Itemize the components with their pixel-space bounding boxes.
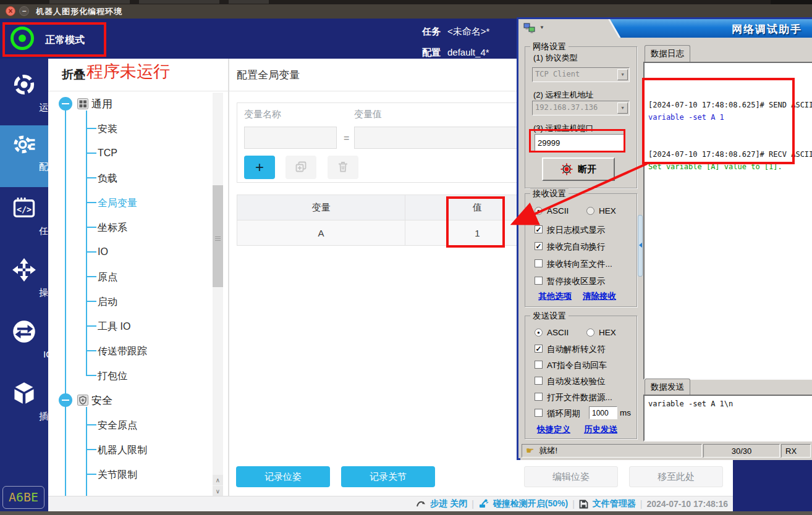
tree-item-pack-position[interactable]: 打包位 [98, 370, 127, 383]
netassist-titlebar[interactable]: ▼ 网络调试助手 [518, 19, 812, 38]
network-icon[interactable] [523, 23, 536, 34]
sidebar-item-io[interactable]: IO [0, 313, 48, 375]
protocol-select[interactable]: TCP Client ▼ [532, 67, 630, 82]
data-log-area[interactable]: [2024-07-10 17:48:08.625]# SEND ASCII va… [643, 62, 812, 380]
disconnect-button[interactable]: 断开 [542, 157, 615, 181]
svg-text:</>: </> [17, 205, 32, 214]
clear-receive-link[interactable]: 清除接收 [583, 291, 616, 302]
tree-item-safety-origin[interactable]: 安全原点 [98, 419, 137, 432]
annotation-program-not-running: 程序未运行 [87, 61, 170, 83]
parse-escape-checkbox[interactable]: ✓ [535, 345, 543, 353]
sidebar-item-run[interactable]: 运行 [0, 66, 48, 128]
config-label: 配置 [422, 47, 441, 59]
file-manager-icon [579, 500, 588, 509]
log-line: [2024-07-10 17:48:08.625]# SEND ASCII [645, 99, 812, 111]
variables-table: 变量 值 A 1 [237, 195, 550, 246]
tree-item-coord-system[interactable]: 坐标系 [98, 222, 127, 235]
shield-icon [77, 395, 88, 406]
minimize-icon[interactable]: − [19, 6, 29, 16]
cycle-send-checkbox[interactable] [535, 409, 543, 417]
tree-item-global-vars[interactable]: 全局变量 [98, 197, 137, 210]
remote-port-label: (3) 远程主机端口 [533, 123, 594, 134]
recv-ascii-radio[interactable]: ● [535, 207, 543, 215]
config-tree-panel: 折叠 程序未运行 通用 安装 TCP 负载 全局变量 坐标系 IO 原点 启动 … [48, 59, 229, 497]
grid-icon [77, 98, 88, 109]
auto-newline-checkbox[interactable]: ✓ [535, 242, 543, 250]
variable-name-input[interactable] [244, 127, 337, 149]
chevron-down-icon[interactable]: ▼ [617, 69, 628, 80]
sidebar-item-config[interactable]: 配置 [0, 125, 48, 187]
send-hex-radio[interactable] [586, 329, 594, 337]
step-toggle[interactable]: 步进 关闭 [430, 498, 467, 509]
collapse-minus-icon[interactable] [59, 393, 72, 407]
file-source-checkbox[interactable] [535, 393, 543, 401]
task-label: 任务 [422, 26, 441, 38]
tree-item-origin[interactable]: 原点 [98, 271, 117, 284]
move-here-button[interactable]: 移至此处 [629, 466, 723, 487]
sidebar-item-task[interactable]: </> 任务 [0, 190, 48, 251]
recv-hex-radio[interactable] [586, 207, 594, 215]
log-mode-checkbox[interactable]: ✓ [535, 225, 543, 233]
pointing-hand-icon: ☛ [526, 445, 534, 456]
close-icon[interactable]: × [6, 6, 15, 16]
remote-host-select[interactable]: 192.168.37.136 ▼ [532, 101, 630, 115]
tree-item-conveyor-tracking[interactable]: 传送带跟踪 [98, 345, 147, 358]
collision-toggle[interactable]: 碰撞检测开启(50%) [493, 498, 568, 509]
sidebar-item-plugin[interactable]: 插件 [0, 375, 48, 437]
col-variable-header: 变量 [237, 195, 405, 220]
pause-recv-checkbox[interactable] [535, 277, 543, 285]
cycle-period-input[interactable] [589, 406, 617, 419]
at-cr-checkbox[interactable] [535, 361, 543, 369]
tree-item-install[interactable]: 安装 [98, 123, 117, 136]
record-pose-button[interactable]: 记录位姿 [236, 466, 330, 487]
record-joint-button[interactable]: 记录关节 [341, 466, 435, 487]
tab-data-send[interactable]: 数据发送 [645, 379, 690, 395]
add-variable-button[interactable]: + [244, 156, 275, 179]
scroll-down-icon[interactable]: ∨ [213, 486, 223, 496]
tree-item-tool-io[interactable]: 工具 IO [98, 320, 130, 333]
quick-define-link[interactable]: 快捷定义 [537, 424, 570, 435]
table-row[interactable]: A 1 [237, 220, 549, 245]
screen: × − 机器人图形化编程环境 正常模式 任务 <未命名>* 配置 default… [0, 0, 812, 515]
sidebar-item-operate[interactable]: 操作 [0, 251, 48, 313]
tree-scrollbar[interactable] [213, 93, 223, 497]
tab-data-log[interactable]: 数据日志 [645, 45, 690, 62]
cube-icon [12, 381, 36, 406]
scroll-up-icon[interactable]: ∧ [213, 475, 223, 485]
tree-item-io[interactable]: IO [98, 246, 108, 258]
tree-scrollbar-thumb[interactable] [213, 185, 223, 287]
cell-variable: A [237, 220, 405, 245]
send-ascii-radio[interactable]: ● [535, 329, 543, 337]
mode-label: 正常模式 [45, 34, 85, 47]
auto-checksum-checkbox[interactable] [535, 377, 543, 385]
send-text-area[interactable]: variable -set A 1\n [643, 395, 812, 442]
tree-item-load[interactable]: 负载 [98, 172, 117, 185]
more-options-link[interactable]: 其他选项 [538, 291, 572, 302]
remote-port-input[interactable] [535, 134, 625, 151]
history-send-link[interactable]: 历史发送 [584, 424, 617, 435]
recv-to-file-checkbox[interactable] [535, 259, 543, 267]
chevron-down-icon[interactable]: ▼ [617, 103, 628, 114]
delete-variable-button[interactable] [328, 156, 358, 179]
config-value: default_4* [447, 47, 489, 57]
netassist-title: 网络调试助手 [732, 22, 802, 36]
collapse-button[interactable]: 折叠 [62, 67, 85, 83]
panel-collapse-handle[interactable] [638, 215, 643, 277]
variable-value-label: 变量值 [354, 109, 382, 120]
gear-icon [11, 132, 37, 157]
tree-item-tcp[interactable]: TCP [98, 148, 117, 159]
file-manager-link[interactable]: 文件管理器 [593, 498, 636, 509]
io-cycle-icon [12, 319, 36, 344]
edit-pose-button[interactable]: 编辑位姿 [524, 466, 618, 487]
tree-item-startup[interactable]: 启动 [98, 296, 117, 309]
duplicate-variable-button[interactable] [285, 156, 316, 179]
collapse-minus-icon[interactable] [59, 97, 72, 111]
tree-item-joint-limit[interactable]: 关节限制 [98, 469, 137, 482]
remote-host-label: (2) 远程主机地址 [533, 90, 594, 101]
log-line: variable -set A 1 [645, 111, 812, 124]
menu-dropdown-icon[interactable]: ▼ [539, 25, 544, 30]
table-header-row: 变量 值 [237, 195, 549, 220]
tree-item-robot-limit[interactable]: 机器人限制 [98, 444, 147, 457]
log-line: [2024-07-10 17:48:08.627]# RECV ASCII [645, 148, 812, 161]
window-titlebar: × − 机器人图形化编程环境 [0, 4, 812, 19]
